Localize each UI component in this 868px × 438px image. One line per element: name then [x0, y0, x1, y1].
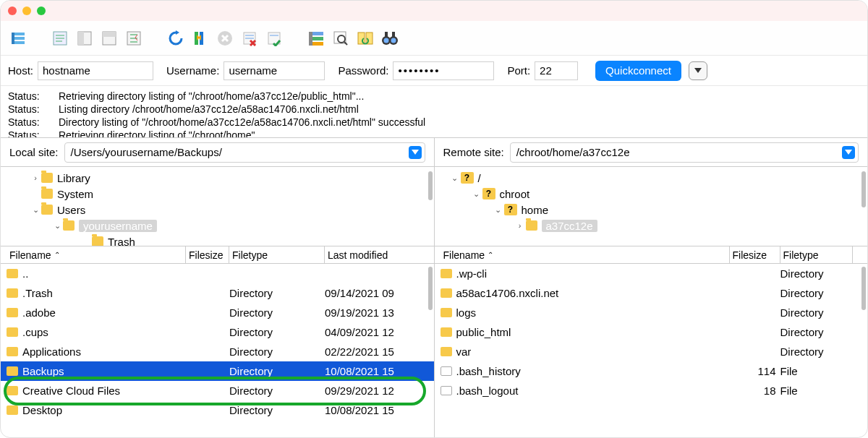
- cancel-icon[interactable]: [215, 28, 235, 48]
- port-label: Port:: [507, 64, 530, 77]
- chevron-down-icon[interactable]: [409, 146, 422, 159]
- expand-arrow-icon[interactable]: ›: [514, 221, 526, 230]
- tree-item[interactable]: Trash: [8, 233, 427, 246]
- tree-item[interactable]: ›a37cc12e: [442, 218, 861, 233]
- scrollbar[interactable]: [428, 267, 433, 310]
- folder-icon: [7, 386, 18, 395]
- tree-item[interactable]: ⌄?chroot: [442, 186, 861, 202]
- expand-arrow-icon[interactable]: ⌄: [449, 173, 461, 183]
- folder-icon: [7, 269, 18, 278]
- file-row[interactable]: ApplicationsDirectory02/22/2021 15: [1, 342, 434, 361]
- expand-arrow-icon[interactable]: ⌄: [493, 205, 504, 215]
- close-window[interactable]: [8, 7, 17, 15]
- svg-marker-44: [412, 150, 419, 155]
- username-label: Username:: [166, 64, 219, 77]
- file-row[interactable]: .wp-cliDirectory: [435, 264, 868, 283]
- scrollbar[interactable]: [428, 171, 433, 200]
- remote-pane: Remote site: /chroot/home/a37cc12e ⌄?/⌄?…: [435, 138, 868, 438]
- password-input[interactable]: ••••••••: [393, 61, 494, 80]
- refresh-icon[interactable]: [166, 28, 186, 48]
- expand-arrow-icon[interactable]: ⌄: [471, 189, 482, 199]
- minimize-window[interactable]: [22, 7, 31, 15]
- reconnect-icon[interactable]: [264, 28, 284, 48]
- tree-item[interactable]: ⌄yourusername: [8, 218, 427, 233]
- folder-icon: [7, 405, 18, 415]
- filter-icon[interactable]: [306, 28, 326, 48]
- file-icon: [441, 366, 452, 376]
- folder-icon: [41, 173, 53, 183]
- file-type: Directory: [229, 287, 325, 299]
- host-input[interactable]: [38, 61, 153, 80]
- file-row[interactable]: public_htmlDirectory: [435, 322, 868, 342]
- quickconnect-button[interactable]: Quickconnect: [595, 61, 681, 81]
- remote-site-label: Remote site:: [443, 146, 504, 158]
- col-filename[interactable]: Filename⌃: [441, 246, 730, 263]
- file-row[interactable]: ..: [1, 264, 434, 283]
- port-input[interactable]: [535, 61, 578, 80]
- expand-arrow-icon[interactable]: ⌄: [30, 205, 41, 215]
- tree-item[interactable]: ⌄?home: [442, 202, 861, 218]
- local-file-list[interactable]: ...TrashDirectory09/14/2021 09.adobeDire…: [1, 264, 434, 438]
- file-type: File: [780, 385, 853, 397]
- col-filetype[interactable]: Filetype: [229, 246, 325, 263]
- tree-item[interactable]: ⌄?/: [442, 170, 861, 186]
- username-input[interactable]: [224, 61, 325, 80]
- file-date: 02/22/2021 15: [325, 345, 419, 358]
- toggle-queue-icon[interactable]: [124, 28, 144, 48]
- toggle-remote-tree-icon[interactable]: [99, 28, 119, 48]
- toggle-log-icon[interactable]: [50, 28, 70, 48]
- col-filename[interactable]: Filename⌃: [7, 246, 186, 263]
- file-size: 114: [730, 365, 780, 377]
- svg-marker-45: [845, 150, 852, 155]
- binoculars-icon[interactable]: [380, 28, 400, 48]
- remote-tree[interactable]: ⌄?/⌄?chroot⌄?home›a37cc12e: [435, 167, 868, 246]
- file-row[interactable]: .bash_history114File: [435, 361, 868, 381]
- tree-label: Users: [57, 204, 85, 216]
- file-row[interactable]: BackupsDirectory10/08/2021 15: [1, 361, 434, 381]
- remote-site-input[interactable]: /chroot/home/a37cc12e: [510, 142, 859, 163]
- tree-item[interactable]: System: [8, 186, 427, 202]
- local-file-header[interactable]: Filename⌃FilesizeFiletypeLast modified: [1, 246, 434, 264]
- process-queue-icon[interactable]: [190, 28, 210, 48]
- chevron-down-icon[interactable]: [842, 146, 855, 159]
- scrollbar[interactable]: [861, 171, 866, 207]
- file-name: a58ac14706.nxcli.net: [456, 287, 559, 299]
- message-log[interactable]: Status:Retrieving directory listing of "…: [1, 86, 867, 138]
- quickconnect-dropdown[interactable]: [689, 61, 707, 80]
- toggle-local-tree-icon[interactable]: [75, 28, 95, 48]
- svg-rect-42: [392, 32, 395, 37]
- search-icon[interactable]: [331, 28, 351, 48]
- compare-icon[interactable]: [355, 28, 375, 48]
- status-message: Listing directory /chroot/home/a37cc12e/…: [59, 103, 359, 116]
- file-row[interactable]: a58ac14706.nxcli.netDirectory: [435, 283, 868, 303]
- file-row[interactable]: .TrashDirectory09/14/2021 09: [1, 283, 434, 303]
- file-row[interactable]: Creative Cloud FilesDirectory09/29/2021 …: [1, 381, 434, 400]
- titlebar: [1, 1, 867, 21]
- scrollbar[interactable]: [861, 267, 866, 310]
- file-row[interactable]: .cupsDirectory04/09/2021 12: [1, 322, 434, 342]
- file-name: .cups: [22, 326, 48, 338]
- col-lastmodified[interactable]: Last modified: [325, 246, 419, 263]
- disconnect-icon[interactable]: [239, 28, 260, 48]
- zoom-window[interactable]: [37, 7, 46, 15]
- svg-point-33: [338, 35, 345, 43]
- file-row[interactable]: .adobeDirectory09/19/2021 13: [1, 303, 434, 322]
- file-row[interactable]: DesktopDirectory10/08/2021 15: [1, 400, 434, 420]
- col-filesize[interactable]: Filesize: [186, 246, 229, 263]
- file-date: 10/08/2021 15: [325, 404, 419, 416]
- local-site-input[interactable]: /Users/yourusername/Backups/: [64, 142, 425, 163]
- file-row[interactable]: .bash_logout18File: [435, 381, 868, 400]
- remote-file-list[interactable]: .wp-cliDirectorya58ac14706.nxcli.netDire…: [435, 264, 868, 438]
- tree-item[interactable]: ›Library: [8, 170, 427, 186]
- file-type: Directory: [229, 306, 325, 319]
- col-filetype[interactable]: Filetype: [780, 246, 853, 263]
- file-row[interactable]: varDirectory: [435, 342, 868, 361]
- remote-file-header[interactable]: Filename⌃FilesizeFiletype: [435, 246, 868, 264]
- local-tree[interactable]: ›LibrarySystem⌄Users⌄yourusernameTrash: [1, 167, 434, 246]
- expand-arrow-icon[interactable]: ›: [30, 173, 41, 182]
- col-filesize[interactable]: Filesize: [730, 246, 780, 263]
- site-manager-icon[interactable]: [8, 28, 28, 48]
- expand-arrow-icon[interactable]: ⌄: [51, 221, 63, 231]
- tree-item[interactable]: ⌄Users: [8, 202, 427, 218]
- file-row[interactable]: logsDirectory: [435, 303, 868, 322]
